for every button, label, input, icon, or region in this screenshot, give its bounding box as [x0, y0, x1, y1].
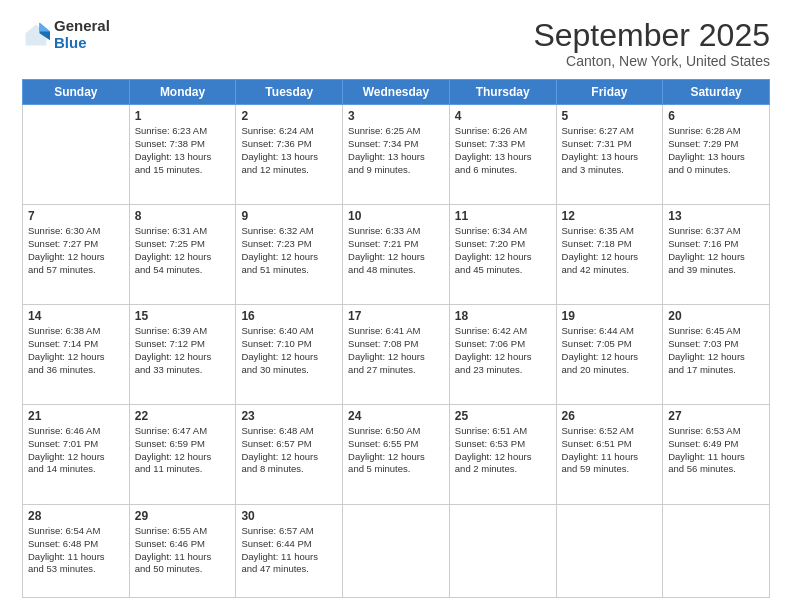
month-title: September 2025 — [533, 18, 770, 53]
table-row: 11Sunrise: 6:34 AM Sunset: 7:20 PM Dayli… — [449, 205, 556, 305]
table-row: 17Sunrise: 6:41 AM Sunset: 7:08 PM Dayli… — [343, 305, 450, 405]
cell-content: Sunrise: 6:46 AM Sunset: 7:01 PM Dayligh… — [28, 425, 124, 476]
table-row — [663, 505, 770, 598]
cell-content: Sunrise: 6:55 AM Sunset: 6:46 PM Dayligh… — [135, 525, 231, 576]
table-row: 24Sunrise: 6:50 AM Sunset: 6:55 PM Dayli… — [343, 405, 450, 505]
day-number: 25 — [455, 409, 551, 423]
table-row: 9Sunrise: 6:32 AM Sunset: 7:23 PM Daylig… — [236, 205, 343, 305]
cell-content: Sunrise: 6:41 AM Sunset: 7:08 PM Dayligh… — [348, 325, 444, 376]
day-number: 14 — [28, 309, 124, 323]
day-number: 3 — [348, 109, 444, 123]
table-row: 10Sunrise: 6:33 AM Sunset: 7:21 PM Dayli… — [343, 205, 450, 305]
cell-content: Sunrise: 6:32 AM Sunset: 7:23 PM Dayligh… — [241, 225, 337, 276]
col-sunday: Sunday — [23, 80, 130, 105]
cell-content: Sunrise: 6:44 AM Sunset: 7:05 PM Dayligh… — [562, 325, 658, 376]
table-row — [23, 105, 130, 205]
cell-content: Sunrise: 6:38 AM Sunset: 7:14 PM Dayligh… — [28, 325, 124, 376]
col-friday: Friday — [556, 80, 663, 105]
logo-text: General Blue — [54, 18, 110, 51]
day-number: 10 — [348, 209, 444, 223]
day-number: 11 — [455, 209, 551, 223]
table-row: 26Sunrise: 6:52 AM Sunset: 6:51 PM Dayli… — [556, 405, 663, 505]
day-number: 6 — [668, 109, 764, 123]
table-row: 28Sunrise: 6:54 AM Sunset: 6:48 PM Dayli… — [23, 505, 130, 598]
cell-content: Sunrise: 6:23 AM Sunset: 7:38 PM Dayligh… — [135, 125, 231, 176]
header: General Blue September 2025 Canton, New … — [22, 18, 770, 69]
cell-content: Sunrise: 6:26 AM Sunset: 7:33 PM Dayligh… — [455, 125, 551, 176]
col-tuesday: Tuesday — [236, 80, 343, 105]
logo: General Blue — [22, 18, 110, 51]
table-row: 19Sunrise: 6:44 AM Sunset: 7:05 PM Dayli… — [556, 305, 663, 405]
day-number: 30 — [241, 509, 337, 523]
location: Canton, New York, United States — [533, 53, 770, 69]
table-row: 13Sunrise: 6:37 AM Sunset: 7:16 PM Dayli… — [663, 205, 770, 305]
table-row: 22Sunrise: 6:47 AM Sunset: 6:59 PM Dayli… — [129, 405, 236, 505]
day-number: 5 — [562, 109, 658, 123]
cell-content: Sunrise: 6:25 AM Sunset: 7:34 PM Dayligh… — [348, 125, 444, 176]
table-row: 18Sunrise: 6:42 AM Sunset: 7:06 PM Dayli… — [449, 305, 556, 405]
cell-content: Sunrise: 6:47 AM Sunset: 6:59 PM Dayligh… — [135, 425, 231, 476]
cell-content: Sunrise: 6:45 AM Sunset: 7:03 PM Dayligh… — [668, 325, 764, 376]
table-row: 29Sunrise: 6:55 AM Sunset: 6:46 PM Dayli… — [129, 505, 236, 598]
table-row: 12Sunrise: 6:35 AM Sunset: 7:18 PM Dayli… — [556, 205, 663, 305]
table-row: 14Sunrise: 6:38 AM Sunset: 7:14 PM Dayli… — [23, 305, 130, 405]
logo-blue: Blue — [54, 35, 110, 52]
table-row: 27Sunrise: 6:53 AM Sunset: 6:49 PM Dayli… — [663, 405, 770, 505]
cell-content: Sunrise: 6:50 AM Sunset: 6:55 PM Dayligh… — [348, 425, 444, 476]
table-row: 4Sunrise: 6:26 AM Sunset: 7:33 PM Daylig… — [449, 105, 556, 205]
logo-general: General — [54, 18, 110, 35]
day-number: 1 — [135, 109, 231, 123]
calendar: Sunday Monday Tuesday Wednesday Thursday… — [22, 79, 770, 598]
svg-marker-2 — [40, 22, 51, 31]
calendar-header-row: Sunday Monday Tuesday Wednesday Thursday… — [23, 80, 770, 105]
table-row: 3Sunrise: 6:25 AM Sunset: 7:34 PM Daylig… — [343, 105, 450, 205]
table-row — [343, 505, 450, 598]
table-row: 1Sunrise: 6:23 AM Sunset: 7:38 PM Daylig… — [129, 105, 236, 205]
day-number: 24 — [348, 409, 444, 423]
table-row — [449, 505, 556, 598]
title-block: September 2025 Canton, New York, United … — [533, 18, 770, 69]
day-number: 17 — [348, 309, 444, 323]
day-number: 4 — [455, 109, 551, 123]
table-row: 15Sunrise: 6:39 AM Sunset: 7:12 PM Dayli… — [129, 305, 236, 405]
day-number: 27 — [668, 409, 764, 423]
cell-content: Sunrise: 6:30 AM Sunset: 7:27 PM Dayligh… — [28, 225, 124, 276]
day-number: 2 — [241, 109, 337, 123]
cell-content: Sunrise: 6:28 AM Sunset: 7:29 PM Dayligh… — [668, 125, 764, 176]
day-number: 19 — [562, 309, 658, 323]
cell-content: Sunrise: 6:34 AM Sunset: 7:20 PM Dayligh… — [455, 225, 551, 276]
cell-content: Sunrise: 6:27 AM Sunset: 7:31 PM Dayligh… — [562, 125, 658, 176]
day-number: 9 — [241, 209, 337, 223]
cell-content: Sunrise: 6:31 AM Sunset: 7:25 PM Dayligh… — [135, 225, 231, 276]
cell-content: Sunrise: 6:35 AM Sunset: 7:18 PM Dayligh… — [562, 225, 658, 276]
table-row: 30Sunrise: 6:57 AM Sunset: 6:44 PM Dayli… — [236, 505, 343, 598]
cell-content: Sunrise: 6:42 AM Sunset: 7:06 PM Dayligh… — [455, 325, 551, 376]
table-row: 16Sunrise: 6:40 AM Sunset: 7:10 PM Dayli… — [236, 305, 343, 405]
cell-content: Sunrise: 6:40 AM Sunset: 7:10 PM Dayligh… — [241, 325, 337, 376]
day-number: 7 — [28, 209, 124, 223]
table-row: 23Sunrise: 6:48 AM Sunset: 6:57 PM Dayli… — [236, 405, 343, 505]
day-number: 23 — [241, 409, 337, 423]
table-row: 2Sunrise: 6:24 AM Sunset: 7:36 PM Daylig… — [236, 105, 343, 205]
col-monday: Monday — [129, 80, 236, 105]
cell-content: Sunrise: 6:39 AM Sunset: 7:12 PM Dayligh… — [135, 325, 231, 376]
cell-content: Sunrise: 6:33 AM Sunset: 7:21 PM Dayligh… — [348, 225, 444, 276]
day-number: 26 — [562, 409, 658, 423]
day-number: 15 — [135, 309, 231, 323]
cell-content: Sunrise: 6:37 AM Sunset: 7:16 PM Dayligh… — [668, 225, 764, 276]
cell-content: Sunrise: 6:52 AM Sunset: 6:51 PM Dayligh… — [562, 425, 658, 476]
table-row: 25Sunrise: 6:51 AM Sunset: 6:53 PM Dayli… — [449, 405, 556, 505]
cell-content: Sunrise: 6:48 AM Sunset: 6:57 PM Dayligh… — [241, 425, 337, 476]
cell-content: Sunrise: 6:53 AM Sunset: 6:49 PM Dayligh… — [668, 425, 764, 476]
table-row: 7Sunrise: 6:30 AM Sunset: 7:27 PM Daylig… — [23, 205, 130, 305]
day-number: 12 — [562, 209, 658, 223]
cell-content: Sunrise: 6:54 AM Sunset: 6:48 PM Dayligh… — [28, 525, 124, 576]
day-number: 29 — [135, 509, 231, 523]
col-thursday: Thursday — [449, 80, 556, 105]
table-row: 20Sunrise: 6:45 AM Sunset: 7:03 PM Dayli… — [663, 305, 770, 405]
page: General Blue September 2025 Canton, New … — [0, 0, 792, 612]
day-number: 28 — [28, 509, 124, 523]
day-number: 21 — [28, 409, 124, 423]
col-saturday: Saturday — [663, 80, 770, 105]
day-number: 16 — [241, 309, 337, 323]
